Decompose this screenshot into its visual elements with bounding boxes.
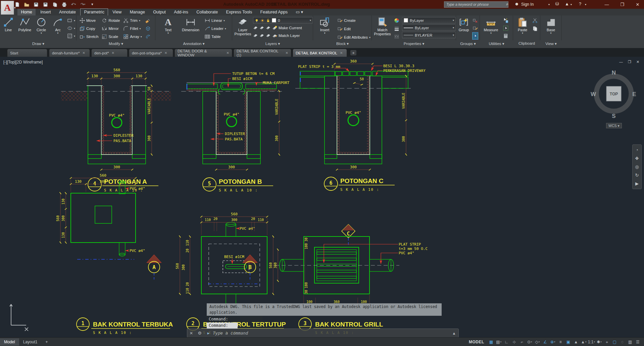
dim-label: 300 <box>147 135 151 141</box>
isolate-objects-icon[interactable]: ◌ <box>619 339 626 345</box>
viewcube-top-face[interactable]: TOP <box>610 92 618 96</box>
cad-label: PAS.BATA <box>225 137 243 141</box>
cad-label: BESI ø1CM <box>232 77 252 81</box>
cad-label: PVC ø4" <box>346 111 361 115</box>
object-snap-toggle[interactable]: ⊕▾ <box>549 339 556 345</box>
detail-title: BAK KONTROL GRILL <box>315 321 383 328</box>
dim-label: 560 <box>269 262 273 268</box>
ortho-mode-toggle[interactable]: ⌐ <box>518 339 526 345</box>
dim-label: 20 <box>251 217 255 221</box>
annotation-visibility-toggle[interactable]: ▲ <box>573 339 580 345</box>
viewcube[interactable]: N S W E TOP <box>591 70 636 119</box>
dim-label: 300 <box>113 165 120 169</box>
section-potongan-a: PVC ø4" DIPLESTER PAS.BATA 560 130 300 1… <box>61 68 171 192</box>
dim-label: 560 <box>231 212 238 216</box>
infer-constraints-toggle[interactable]: ∟ <box>503 339 510 345</box>
dim-label: 130 <box>61 232 65 238</box>
section-potongan-b: PVC ø4" TUTUP BETON t= 6 CM BESI ø1CM MU… <box>181 72 290 192</box>
viewcube-west[interactable]: W <box>591 91 596 97</box>
plan-bak-kontrol-terbuka: PVC ø4" PVC ø4" 560 130 300 130 130 300 … <box>56 173 173 335</box>
quick-properties-toggle[interactable]: ▢ <box>611 339 618 345</box>
detail-number: 5 <box>208 181 211 187</box>
dim-label: 300 <box>100 179 106 184</box>
command-customize-icon[interactable]: ⚙ <box>195 331 204 336</box>
dim-label: 360 <box>350 59 357 63</box>
dim-label: 110 <box>186 288 189 294</box>
dim-label: 130 <box>61 199 65 205</box>
command-line[interactable]: ✕ ⚙ ▸ Type a command ▲ <box>187 329 459 338</box>
annotation-monitor-icon[interactable]: ＋ <box>603 339 610 345</box>
cad-label: PVC ø4" <box>399 251 414 255</box>
cad-label: MUKA CARPORT <box>263 81 290 85</box>
command-input[interactable]: Type a command <box>213 331 248 336</box>
dim-label: 300 <box>113 74 120 78</box>
annotation-scale-value[interactable]: 1:1▾ <box>588 339 595 345</box>
wcs-indicator[interactable]: WCS ▾ <box>606 123 622 128</box>
cad-label: PLAT STRIP <box>399 242 421 247</box>
cad-label: TUTUP BETON t= 6 CM <box>232 72 275 76</box>
object-snap-tracking-toggle[interactable]: ∠ <box>542 339 549 345</box>
polar-tracking-toggle[interactable]: ⊙▾ <box>526 339 533 345</box>
dim-label: 130 <box>125 179 131 184</box>
dim-label: 130 <box>136 74 142 78</box>
grid-display-toggle[interactable]: ▦ <box>488 339 495 345</box>
dim-label: 20 <box>186 282 189 286</box>
command-close-icon[interactable]: ✕ <box>187 331 195 336</box>
dim-label: 300 <box>61 215 65 221</box>
status-bar: Model Layout1 + MODEL ▦ ▤▾ ∟ ⊹ ⌐ ⊙▾ ◇▾ ∠… <box>0 337 644 346</box>
dim-label: 130 <box>91 74 98 78</box>
dim-label: 30 <box>304 290 308 294</box>
dynamic-input-toggle[interactable]: ⊹ <box>511 339 518 345</box>
ucs-icon <box>10 304 28 331</box>
cad-label: t=3 mm 50 O.C <box>399 247 428 251</box>
cad-label: PAS.BATA <box>113 139 131 143</box>
autocad-window: A PVC ø4" <box>0 0 644 346</box>
dim-label: 300 <box>182 264 185 270</box>
model-tab[interactable]: Model <box>0 338 19 346</box>
model-space-badge[interactable]: MODEL <box>466 340 487 344</box>
dim-label: 300 <box>274 262 277 268</box>
logo-dropdown-icon[interactable]: ▾ <box>14 6 16 9</box>
dim-label: 20 <box>213 217 217 221</box>
lineweight-display-toggle[interactable]: ≡ <box>557 339 564 345</box>
viewport-window-buttons[interactable]: — ❐ ✕ <box>619 60 641 64</box>
isometric-drafting-toggle[interactable]: ◇▾ <box>534 339 541 345</box>
autocad-logo[interactable]: A <box>1 1 14 15</box>
pan-icon[interactable]: ✥ <box>635 156 639 161</box>
dim-label: 300 <box>228 165 235 169</box>
clean-screen-icon[interactable]: ☰ <box>634 339 641 345</box>
showmotion-icon[interactable]: ▶ <box>635 181 639 186</box>
dim-label: 110 <box>258 218 264 222</box>
workspace-switching-icon[interactable]: ✱▾ <box>596 339 603 345</box>
section-potongan-c: PVC ø4" 360 PLAT STRIP t = 3 mm 50 BESI … <box>295 59 426 191</box>
graphics-performance-icon[interactable]: ▥ <box>627 339 634 345</box>
full-navigation-wheel-icon[interactable]: ◔ <box>636 147 638 153</box>
cad-label: PLAT STRIP t = 3 mm <box>298 64 340 69</box>
orbit-icon[interactable]: ↻ <box>635 173 639 178</box>
viewcube-south[interactable]: S <box>612 113 615 119</box>
cad-label: PVC ø4" <box>240 226 255 231</box>
detail-scale: S K A L A 10 : <box>93 331 132 335</box>
dim-label: 50 <box>360 77 364 81</box>
autoscale-toggle[interactable]: ▲▾ <box>580 339 587 345</box>
selection-cycling-toggle[interactable]: ▣ <box>565 339 572 345</box>
viewcube-north[interactable]: N <box>612 70 616 76</box>
section-marker: B <box>248 264 252 270</box>
command-history-toggle-icon[interactable]: ▲ <box>450 331 458 335</box>
new-layout-button[interactable]: + <box>41 338 52 346</box>
dim-label: 100 <box>304 243 308 249</box>
dim-label: VARIABLE <box>147 98 151 114</box>
layout1-tab[interactable]: Layout1 <box>19 338 42 346</box>
snap-mode-toggle[interactable]: ▤▾ <box>495 339 502 345</box>
cad-label: DIPLESTER <box>113 133 134 138</box>
viewport-controls[interactable]: [-][Top][2D Wireframe] <box>3 60 43 64</box>
section-marker: A <box>152 264 156 270</box>
viewcube-east[interactable]: E <box>632 91 636 97</box>
cad-label: PVC ø4" <box>109 113 125 118</box>
cad-label: PERKERASAN DRIVEWAY <box>383 69 426 73</box>
detail-scale: S K A L A 10 : <box>340 187 380 191</box>
cad-label: PVC ø4" <box>130 249 145 253</box>
zoom-icon[interactable]: ◎ <box>635 164 639 169</box>
dim-label: 100 <box>304 282 308 288</box>
model-space-viewport[interactable]: PVC ø4" DIPLESTER PAS.BATA 560 130 300 1… <box>0 0 644 346</box>
